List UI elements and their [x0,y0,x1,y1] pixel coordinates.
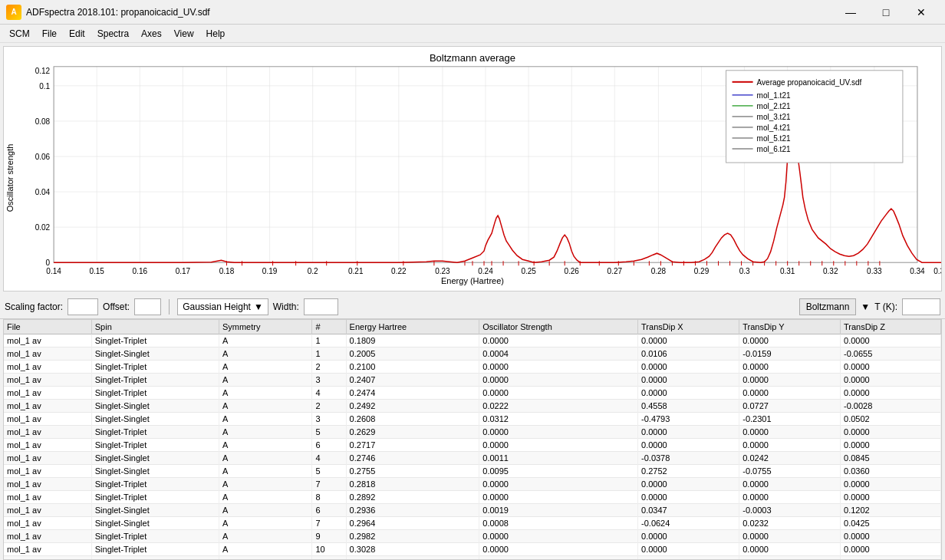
t-label-icon: ▼ [861,301,870,312]
table-cell: 2 [312,400,346,413]
table-cell: Singlet-Triplet [91,478,219,491]
table-cell: 0.0000 [739,530,841,543]
table-cell: 0.0000 [479,530,638,543]
table-cell: mol_1 av [4,361,91,374]
table-row[interactable]: mol_1 avSinglet-SingletA40.27460.0011-0.… [4,452,941,465]
table-row[interactable]: mol_1 avSinglet-TripletA30.24070.00000.0… [4,374,941,387]
maximize-button[interactable]: □ [868,0,904,25]
table-row[interactable]: mol_1 avSinglet-SingletA70.29640.0008-0.… [4,517,941,530]
table-row[interactable]: mol_1 avSinglet-TripletA10.18090.00000.0… [4,334,941,348]
legend-item: mol_5.t21 [757,134,791,143]
table-cell: 0.2100 [346,361,479,374]
gaussian-height-dropdown[interactable]: Gaussian Height ▼ [177,298,268,315]
y-tick: 0.06 [35,153,51,161]
table-row[interactable]: mol_1 avSinglet-TripletA60.27170.00000.0… [4,439,941,452]
table-cell: mol_1 av [4,465,91,478]
data-table-container[interactable]: FileSpinSymmetry#Energy HartreeOscillato… [3,319,942,560]
table-cell: Singlet-Triplet [91,374,219,387]
table-header-oscillator-strength[interactable]: Oscillator Strength [479,320,638,334]
table-row[interactable]: mol_1 avSinglet-TripletA20.21000.00000.0… [4,361,941,374]
x-tick: 0.15 [89,267,104,275]
table-cell: 0.0000 [841,387,941,400]
table-cell: mol_1 av [4,452,91,465]
table-cell: 0.0000 [841,361,941,374]
table-row[interactable]: mol_1 avSinglet-TripletA50.26290.00000.0… [4,426,941,439]
offset-input[interactable]: 0.0 [134,298,161,315]
table-cell: 8 [312,556,346,561]
table-row[interactable]: mol_1 avSinglet-SingletA50.27550.00950.2… [4,465,941,478]
x-tick: 0.17 [176,267,191,275]
table-cell: 1 [312,334,346,348]
table-cell: 10 [312,543,346,556]
width-input[interactable]: 0.005 [304,298,338,315]
table-cell: mol_1 av [4,530,91,543]
table-row[interactable]: mol_1 avSinglet-SingletA30.26080.0312-0.… [4,413,941,426]
table-header-transdip-z[interactable]: TransDip Z [841,320,941,334]
table-cell: 0.1202 [841,504,941,517]
table-header-file[interactable]: File [4,320,91,334]
table-cell: 0.0000 [638,543,739,556]
t-input[interactable]: 300.0 [902,298,940,315]
table-cell: A [219,491,312,504]
table-row[interactable]: mol_1 avSinglet-SingletA10.20050.00040.0… [4,348,941,361]
table-cell: A [219,374,312,387]
table-header-spin[interactable]: Spin [91,320,219,334]
table-cell: 0.2755 [346,465,479,478]
x-tick: 0.32 [823,267,838,275]
table-cell: A [219,465,312,478]
table-cell: 0.0000 [479,491,638,504]
table-header-energy-hartree[interactable]: Energy Hartree [346,320,479,334]
legend-item: Average propanoicacid_UV.sdf [757,78,862,87]
table-cell: 0.0000 [739,334,841,348]
table-row[interactable]: mol_1 avSinglet-TripletA40.24740.00000.0… [4,387,941,400]
close-button[interactable]: ✕ [904,0,939,25]
table-row[interactable]: mol_1 avSinglet-SingletA80.30350.06410.4… [4,556,941,561]
table-cell: 0.2892 [346,491,479,504]
menu-item-axes[interactable]: Axes [135,27,168,41]
table-cell: 0.1358 [841,556,941,561]
x-tick: 0.31 [780,267,795,275]
table-header-transdip-y[interactable]: TransDip Y [739,320,841,334]
table-cell: A [219,452,312,465]
table-cell: 0.2492 [346,400,479,413]
table-cell: 0.2964 [346,517,479,530]
table-row[interactable]: mol_1 avSinglet-TripletA70.28180.00000.0… [4,478,941,491]
table-cell: 3 [312,374,346,387]
x-tick: 0.25 [521,267,536,275]
table-header-transdip-x[interactable]: TransDip X [638,320,739,334]
table-cell: 7 [312,517,346,530]
table-cell: 0.0727 [739,400,841,413]
x-tick: 0.34 [910,267,925,275]
minimize-button[interactable]: — [833,0,868,25]
table-header-#[interactable]: # [312,320,346,334]
menu-item-spectra[interactable]: Spectra [91,27,135,41]
table-cell: 1 [312,348,346,361]
table-cell: mol_1 av [4,374,91,387]
table-row[interactable]: mol_1 avSinglet-TripletA90.29820.00000.0… [4,530,941,543]
menu-item-edit[interactable]: Edit [63,27,91,41]
menu-item-help[interactable]: Help [200,27,232,41]
table-cell: A [219,478,312,491]
table-cell: Singlet-Triplet [91,426,219,439]
scaling-factor-input[interactable]: 1.0 [68,298,98,315]
legend-item: mol_2.t21 [757,102,791,110]
table-row[interactable]: mol_1 avSinglet-TripletA100.30280.00000.… [4,543,941,556]
boltzmann-button[interactable]: Boltzmann [799,298,857,315]
table-cell: 0.0000 [638,478,739,491]
table-cell: 2 [312,361,346,374]
table-cell: 0.4546 [638,556,739,561]
table-cell: A [219,556,312,561]
menu-item-file[interactable]: File [36,27,63,41]
menu-item-view[interactable]: View [168,27,200,41]
table-cell: 6 [312,439,346,452]
menu-item-scm[interactable]: SCM [3,27,36,41]
table-cell: mol_1 av [4,348,91,361]
table-row[interactable]: mol_1 avSinglet-TripletA80.28920.00000.0… [4,491,941,504]
legend-item: mol_3.t21 [757,113,791,121]
table-row[interactable]: mol_1 avSinglet-SingletA20.24920.02220.4… [4,400,941,413]
table-cell: 0.3028 [346,543,479,556]
table-cell: mol_1 av [4,439,91,452]
table-row[interactable]: mol_1 avSinglet-SingletA60.29360.00190.0… [4,504,941,517]
table-cell: -0.5279 [739,556,841,561]
table-header-symmetry[interactable]: Symmetry [219,320,312,334]
